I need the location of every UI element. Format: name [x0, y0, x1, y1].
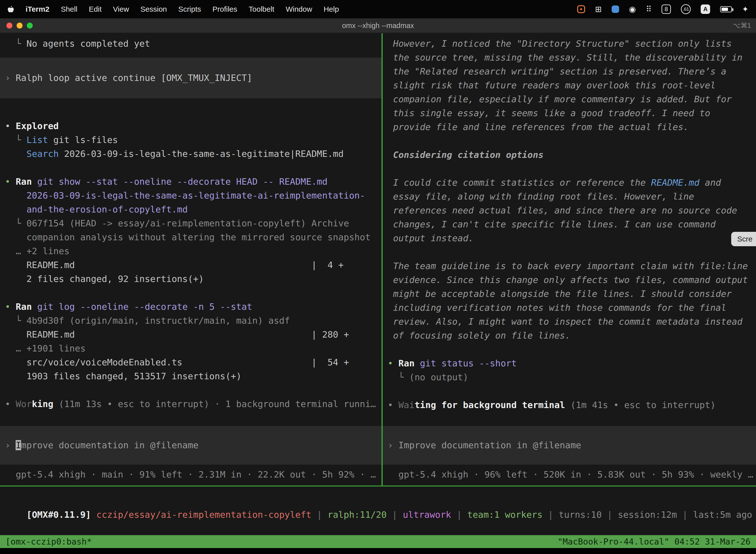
- close-window-button[interactable]: [6, 22, 12, 29]
- tmux-host-clock: "MacBook-Pro-44.local" 04:52 31-Mar-26: [558, 537, 751, 547]
- tmux-session-label: [omx-cczip0:bash*: [5, 537, 92, 547]
- inject-banner: › Ralph loop active continue [OMX_TMUX_I…: [0, 58, 381, 98]
- terminal-line: [383, 134, 756, 148]
- menu-item-toolbelt[interactable]: Toolbelt: [249, 5, 274, 13]
- key-8-icon[interactable]: 8: [662, 4, 671, 14]
- terminal-line: … +2 lines: [0, 244, 381, 258]
- tab-shortcut-hint: ⌥⌘1: [733, 21, 756, 30]
- minimize-window-button[interactable]: [17, 22, 22, 29]
- terminal-pane-left[interactable]: └ No agents completed yet› Ralph loop ac…: [0, 33, 381, 486]
- terminal-line: this single essay, it seems like a good …: [383, 106, 756, 120]
- thinking-heading: Considering citation options: [383, 148, 756, 162]
- model-status-line-left: gpt-5.4 xhigh · main · 91% left · 2.31M …: [0, 467, 381, 482]
- menubar-extra-icon[interactable]: ✦: [742, 5, 749, 13]
- terminal-line: • Ran git log --oneline --decorate -n 5 …: [0, 300, 381, 314]
- terminal-line: the "Related research writing" section i…: [383, 64, 756, 78]
- terminal-pane-right[interactable]: However, I noticed the "Directory Struct…: [383, 33, 756, 486]
- terminal-line: Search 2026-03-09-is-legal-the-same-as-l…: [0, 147, 381, 161]
- battery-percent-badge[interactable]: .61: [681, 4, 691, 14]
- terminal-line: └ 067f154 (HEAD -> essay/ai-reimplementa…: [0, 216, 381, 230]
- terminal-line: review. Also, I might want to inspect th…: [383, 315, 756, 329]
- terminal-output-left: └ No agents completed yet› Ralph loop ac…: [0, 33, 381, 411]
- terminal-line: provide file and line references from th…: [383, 120, 756, 134]
- terminal-line: 2 files changed, 92 insertions(+): [0, 272, 381, 286]
- working-status-line: • Working (11m 13s • esc to interrupt) ·…: [0, 397, 381, 411]
- menu-item-help[interactable]: Help: [324, 5, 339, 13]
- menu-item-edit[interactable]: Edit: [89, 5, 102, 13]
- terminal-line: • Ran git status --short: [383, 356, 756, 370]
- terminal-line: [0, 383, 381, 397]
- zoom-window-button[interactable]: [27, 22, 33, 29]
- terminal-line: [383, 162, 756, 176]
- terminal-line: companion file, especially if more comme…: [383, 92, 756, 106]
- menu-app-name[interactable]: iTerm2: [25, 5, 49, 13]
- menu-items: ShellEditViewSessionScriptsProfilesToolb…: [61, 5, 339, 13]
- terminal-line: The team guideline is to back every impo…: [383, 259, 756, 273]
- terminal-line: └ (no output): [383, 370, 756, 384]
- terminal-line: [383, 245, 756, 259]
- terminal-line: and-the-erosion-of-copyleft.md: [0, 203, 381, 216]
- waiting-status-line: • Waiting for background terminal (1m 41…: [383, 398, 756, 412]
- menu-item-shell[interactable]: Shell: [61, 5, 77, 13]
- menu-bar-status-icons: ⊞◉⠿8.61A✦: [577, 4, 749, 14]
- input-source-icon[interactable]: A: [701, 4, 710, 14]
- terminal-line: README.md | 4 +: [0, 258, 381, 272]
- terminal-line: of focusing solely on file lines.: [383, 329, 756, 342]
- screen-recording-indicator[interactable]: [577, 5, 585, 13]
- prompt-input-left[interactable]: › Improve documentation in @filename: [0, 426, 381, 465]
- terminal-line: references need actual files, and since …: [383, 204, 756, 217]
- tmux-status-bar: [omx-cczip0:bash* "MacBook-Pro-44.local"…: [0, 535, 756, 548]
- terminal-window: └ No agents completed yet› Ralph loop ac…: [0, 33, 756, 548]
- terminal-line: changes, I can't cite specific file line…: [383, 217, 756, 231]
- terminal-line: including verification notes with those …: [383, 301, 756, 315]
- menu-item-window[interactable]: Window: [286, 5, 312, 13]
- terminal-line: [0, 161, 381, 175]
- menu-item-profiles[interactable]: Profiles: [212, 5, 237, 13]
- terminal-line: companion analysis without altering the …: [0, 230, 381, 244]
- battery-icon[interactable]: [720, 6, 732, 12]
- terminal-line: 1903 files changed, 513517 insertions(+): [0, 369, 381, 383]
- terminal-line: src/voice/voiceModeEnabled.ts | 54 +: [0, 355, 381, 369]
- menu-item-scripts[interactable]: Scripts: [178, 5, 201, 13]
- terminal-line: … +1901 lines: [0, 341, 381, 355]
- terminal-line: └ List git ls-files: [0, 133, 381, 147]
- prompt-input-right[interactable]: › Improve documentation in @filename: [383, 426, 756, 465]
- terminal-line: output instead.: [383, 231, 756, 245]
- menu-item-view[interactable]: View: [113, 5, 129, 13]
- terminal-line: the source tree, missing the essay. Stil…: [383, 51, 756, 64]
- window-title-bar: omx --xhigh --madmax ⌥⌘1: [0, 18, 756, 33]
- terminal-line: └ No agents completed yet: [0, 37, 381, 51]
- terminal-line: └ 4b9d30f (origin/main, instructkr/main,…: [0, 314, 381, 328]
- terminal-line: README.md | 280 +: [0, 328, 381, 341]
- terminal-line: • Explored: [0, 119, 381, 133]
- model-status-line-right: gpt-5.4 xhigh · 96% left · 520K in · 5.8…: [383, 467, 756, 482]
- terminal-line: might be acceptable alongside the file l…: [383, 287, 756, 301]
- terminal-line: slight risk that future readers may over…: [383, 78, 756, 92]
- window-grid-icon[interactable]: ⊞: [595, 5, 602, 13]
- terminal-line: [383, 342, 756, 356]
- terminal-line: essay file, along with finding root file…: [383, 189, 756, 204]
- terminal-line: • Ran git show --stat --oneline --decora…: [0, 175, 381, 189]
- omx-status-line: [OMX#0.11.9] cczip/essay/ai-reimplementa…: [26, 510, 752, 520]
- macos-menu-bar: iTerm2 ShellEditViewSessionScriptsProfil…: [0, 0, 756, 18]
- dots-grid-icon[interactable]: ⠿: [646, 5, 651, 13]
- terminal-line: [0, 286, 381, 300]
- menu-item-session[interactable]: Session: [140, 5, 167, 13]
- blue-app-icon[interactable]: [612, 5, 619, 13]
- apple-menu-icon[interactable]: [7, 5, 14, 13]
- terminal-line: However, I noticed the "Directory Struct…: [383, 37, 756, 51]
- terminal-line: I could cite commit statistics or refere…: [383, 176, 756, 189]
- terminal-line: [383, 384, 756, 398]
- notification-peek[interactable]: Scre: [731, 232, 756, 246]
- window-title: omx --xhigh --madmax: [0, 21, 756, 30]
- circle-app-icon[interactable]: ◉: [629, 5, 636, 13]
- terminal-line: 2026-03-09-is-legal-the-same-as-legitima…: [0, 189, 381, 203]
- terminal-line: [0, 105, 381, 119]
- terminal-line: evidence. Since this change only affects…: [383, 273, 756, 287]
- terminal-output-right: However, I noticed the "Directory Struct…: [383, 33, 756, 412]
